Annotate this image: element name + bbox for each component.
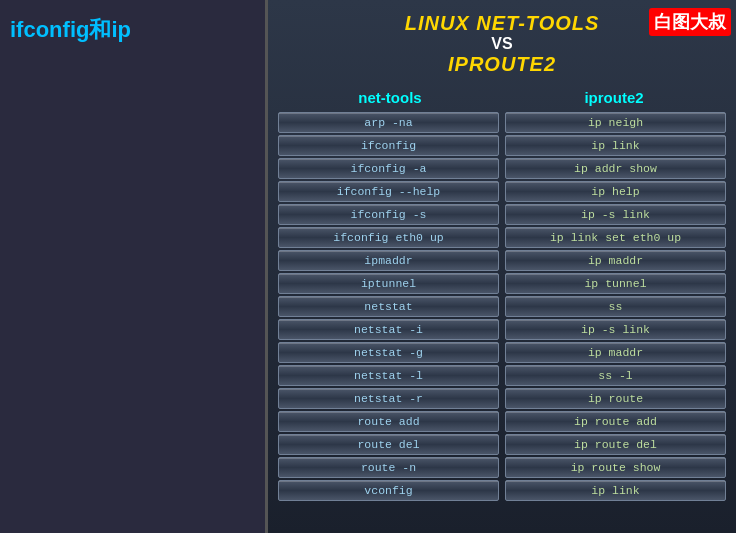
table-row: arp -naip neigh [278,112,726,133]
table-row: ifconfig -aip addr show [278,158,726,179]
left-title: ifconfig和ip [0,0,265,60]
iproute2-cell: ip route del [505,434,726,455]
column-headers: net-tools iproute2 [278,89,726,106]
nettools-cell: route -n [278,457,499,478]
iproute2-cell: ip link set eth0 up [505,227,726,248]
table-row: route delip route del [278,434,726,455]
nettools-cell: ifconfig -s [278,204,499,225]
iproute2-cell: ip help [505,181,726,202]
iproute2-cell: ip neigh [505,112,726,133]
nettools-cell: netstat -l [278,365,499,386]
table-row: route addip route add [278,411,726,432]
table-row: ifconfigip link [278,135,726,156]
title-line2: VS [278,35,726,53]
nettools-cell: ifconfig [278,135,499,156]
nettools-cell: netstat -g [278,342,499,363]
table-row: netstat -lss -l [278,365,726,386]
nettools-cell: netstat -r [278,388,499,409]
table-row: netstatss [278,296,726,317]
nettools-cell: vconfig [278,480,499,501]
nettools-cell: ipmaddr [278,250,499,271]
table-row: vconfigip link [278,480,726,501]
iproute2-cell: ip -s link [505,319,726,340]
main-panel: LINUX NET-TOOLS VS IPROUTE2 net-tools ip… [265,0,736,533]
iproute2-cell: ip -s link [505,204,726,225]
nettools-cell: route add [278,411,499,432]
iproute2-cell: ip route add [505,411,726,432]
comparison-table: net-tools iproute2 arp -naip neighifconf… [278,89,726,501]
table-row: ifconfig --helpip help [278,181,726,202]
nettools-cell: ifconfig eth0 up [278,227,499,248]
table-row: ifconfig eth0 upip link set eth0 up [278,227,726,248]
iproute2-header: iproute2 [513,89,715,106]
nettools-cell: iptunnel [278,273,499,294]
title-line3: IPROUTE2 [278,53,726,76]
watermark: 白图大叔 [649,8,731,36]
iproute2-cell: ip maddr [505,342,726,363]
iproute2-cell: ip maddr [505,250,726,271]
iproute2-cell: ss -l [505,365,726,386]
iproute2-cell: ip route [505,388,726,409]
table-rows: arp -naip neighifconfigip linkifconfig -… [278,112,726,501]
table-row: ifconfig -sip -s link [278,204,726,225]
iproute2-cell: ss [505,296,726,317]
nettools-cell: arp -na [278,112,499,133]
nettools-cell: ifconfig --help [278,181,499,202]
table-row: netstat -iip -s link [278,319,726,340]
table-row: netstat -rip route [278,388,726,409]
iproute2-cell: ip link [505,135,726,156]
left-panel: ifconfig和ip [0,0,265,533]
table-row: iptunnelip tunnel [278,273,726,294]
iproute2-cell: ip addr show [505,158,726,179]
iproute2-cell: ip route show [505,457,726,478]
nettools-cell: ifconfig -a [278,158,499,179]
iproute2-cell: ip link [505,480,726,501]
nettools-cell: netstat [278,296,499,317]
nettools-header: net-tools [289,89,491,106]
iproute2-cell: ip tunnel [505,273,726,294]
table-row: route -nip route show [278,457,726,478]
nettools-cell: netstat -i [278,319,499,340]
table-row: netstat -gip maddr [278,342,726,363]
nettools-cell: route del [278,434,499,455]
table-row: ipmaddrip maddr [278,250,726,271]
